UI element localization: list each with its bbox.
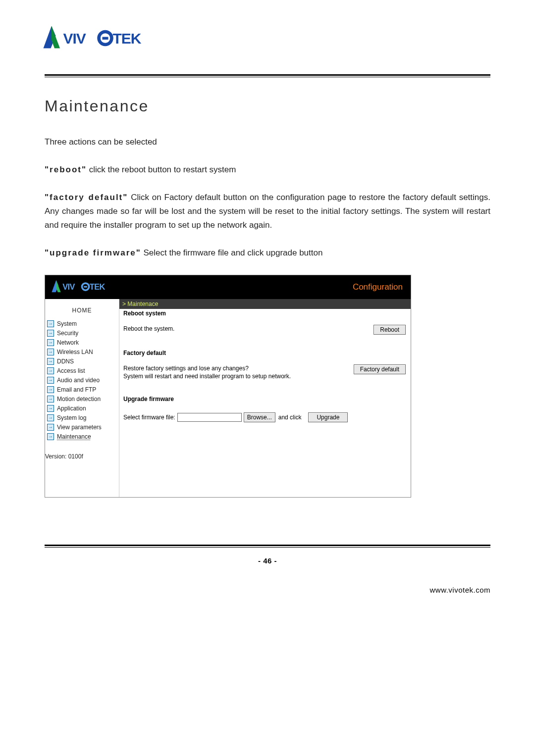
sidebar-item-network[interactable]: →Network xyxy=(45,338,119,347)
version-text: Version: 0100f xyxy=(45,453,119,460)
arrow-icon: → xyxy=(47,330,54,337)
sidebar-item-label: Wireless LAN xyxy=(57,349,93,355)
and-click-text: and click xyxy=(278,414,302,421)
firmware-file-label: Select firmware file: xyxy=(123,414,175,421)
sidebar-item-system-log[interactable]: →System log xyxy=(45,413,119,422)
sidebar-item-maintenance[interactable]: →Maintenance xyxy=(45,432,119,441)
arrow-icon: → xyxy=(47,414,54,421)
intro-text: Three actions can be selected xyxy=(45,135,490,149)
site-url: www.vivotek.com xyxy=(45,586,490,594)
sidebar-item-label: Security xyxy=(57,330,78,337)
sidebar: HOME →System→Security→Network→Wireless L… xyxy=(45,299,119,497)
arrow-icon: → xyxy=(47,396,54,403)
arrow-icon: → xyxy=(47,424,54,431)
factory-term: "factory default" xyxy=(45,193,128,202)
upgrade-term: "upgrade firmware" xyxy=(45,248,141,257)
arrow-icon: → xyxy=(47,320,54,327)
section-title: Maintenance xyxy=(45,97,490,115)
svg-point-0 xyxy=(46,44,49,47)
divider-thin xyxy=(45,77,490,77)
svg-text:VIV: VIV xyxy=(63,30,86,47)
reboot-term: "reboot" xyxy=(45,165,87,174)
factory-paragraph: "factory default" Click on Factory defau… xyxy=(45,191,490,232)
svg-text:VIV: VIV xyxy=(62,282,75,291)
sidebar-item-security[interactable]: →Security xyxy=(45,328,119,338)
arrow-icon: → xyxy=(47,367,54,374)
arrow-icon: → xyxy=(47,339,54,346)
sidebar-item-view-parameters[interactable]: →View parameters xyxy=(45,422,119,432)
upgrade-heading: Upgrade firmware xyxy=(123,396,406,403)
divider-thick xyxy=(45,74,490,76)
sidebar-item-access-list[interactable]: →Access list xyxy=(45,366,119,375)
svg-text:TEK: TEK xyxy=(90,282,106,291)
arrow-icon: → xyxy=(47,405,54,412)
sidebar-item-application[interactable]: →Application xyxy=(45,403,119,413)
svg-text:TEK: TEK xyxy=(113,30,142,47)
upgrade-paragraph: "upgrade firmware" Select the firmware f… xyxy=(45,246,490,260)
sidebar-item-label: System xyxy=(57,320,77,327)
sidebar-home-link[interactable]: HOME xyxy=(45,299,119,319)
reboot-paragraph: "reboot" click the reboot button to rest… xyxy=(45,163,490,177)
browse-button[interactable]: Browse... xyxy=(244,412,275,422)
footer-divider-thick xyxy=(45,545,490,546)
sidebar-item-ddns[interactable]: →DDNS xyxy=(45,356,119,366)
reboot-desc: click the reboot button to restart syste… xyxy=(87,165,236,174)
firmware-file-input[interactable] xyxy=(177,413,242,422)
factory-heading: Factory default xyxy=(123,350,406,356)
sidebar-item-label: Application xyxy=(57,405,86,412)
main-panel: > Maintenace Reboot system Reboot the sy… xyxy=(119,299,411,497)
sidebar-item-system[interactable]: →System xyxy=(45,319,119,328)
sidebar-item-audio-and-video[interactable]: →Audio and video xyxy=(45,375,119,385)
sidebar-item-label: DDNS xyxy=(57,358,74,365)
factory-default-button[interactable]: Factory default xyxy=(354,364,406,374)
page-number: - 46 - xyxy=(45,556,490,565)
configuration-heading: Configuration xyxy=(353,282,403,292)
sidebar-item-email-and-ftp[interactable]: →Email and FTP xyxy=(45,385,119,394)
factory-description: Restore factory settings and lose any ch… xyxy=(123,364,291,380)
arrow-icon: → xyxy=(47,386,54,393)
sidebar-item-label: Email and FTP xyxy=(57,386,96,393)
sidebar-item-label: View parameters xyxy=(57,424,102,431)
sidebar-item-motion-detection[interactable]: →Motion detection xyxy=(45,394,119,403)
mini-logo: VIV TEK xyxy=(51,279,110,296)
breadcrumb: > Maintenace xyxy=(119,299,411,309)
upgrade-desc: Select the firmware file and click upgra… xyxy=(141,248,323,257)
sidebar-item-label: Access list xyxy=(57,367,85,374)
sidebar-item-label: Motion detection xyxy=(57,396,101,403)
arrow-icon: → xyxy=(47,358,54,365)
config-screenshot: VIV TEK Configuration HOME →System→Secur… xyxy=(45,275,411,498)
reboot-button[interactable]: Reboot xyxy=(374,325,406,335)
upgrade-button[interactable]: Upgrade xyxy=(308,412,348,422)
sidebar-item-label: Maintenance xyxy=(57,433,91,440)
sidebar-item-label: Network xyxy=(57,339,79,346)
sidebar-item-label: System log xyxy=(57,414,86,421)
sidebar-item-label: Audio and video xyxy=(57,377,100,384)
svg-rect-3 xyxy=(103,37,108,40)
reboot-description: Reboot the system. xyxy=(123,325,174,333)
svg-point-5 xyxy=(53,290,55,292)
reboot-heading: Reboot system xyxy=(123,310,406,317)
footer-divider-thin xyxy=(45,547,490,548)
arrow-icon: → xyxy=(47,377,54,384)
sidebar-item-wireless-lan[interactable]: →Wireless LAN xyxy=(45,347,119,356)
arrow-icon: → xyxy=(47,433,54,440)
brand-logo: VIV TEK xyxy=(42,25,490,50)
config-header: VIV TEK Configuration xyxy=(45,275,411,299)
svg-rect-8 xyxy=(84,286,87,288)
arrow-icon: → xyxy=(47,349,54,355)
